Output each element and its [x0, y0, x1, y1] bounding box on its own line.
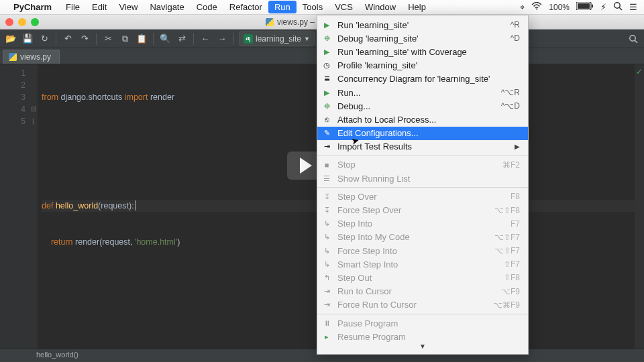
mac-status-tray: ⌖ 100% ⚡︎ ☰: [520, 1, 637, 13]
menu-item-label: Resume Program: [337, 332, 520, 342]
menu-view[interactable]: View: [113, 1, 144, 13]
search-everywhere-icon[interactable]: [627, 32, 640, 46]
sync-icon[interactable]: ↻: [38, 32, 51, 46]
menu-item-concurrency-diagram-for-learning-site[interactable]: ≣Concurrency Diagram for 'learning_site': [317, 72, 528, 86]
menu-item-label: Force Step Over: [337, 205, 489, 215]
copy-icon[interactable]: ⧉: [118, 32, 131, 46]
menu-item-icon: ❉: [321, 101, 332, 111]
menu-item-shortcut: ^⌥R: [501, 88, 520, 97]
menu-item-resume-program: ▸Resume Program: [317, 330, 528, 343]
menu-item-shortcut: ⌥⌘F9: [493, 300, 520, 310]
tab-views-py[interactable]: views.py: [3, 50, 60, 64]
menu-code[interactable]: Code: [191, 1, 223, 13]
replace-icon[interactable]: ⇄: [175, 32, 189, 46]
menu-item-label: Run...: [337, 88, 496, 98]
python-file-icon: [266, 18, 274, 26]
menu-item-shortcut: ⌥⇧F7: [494, 246, 520, 255]
run-menu-dropdown: ▶Run 'learning_site'^R❉Debug 'learning_s…: [317, 15, 529, 355]
assist-icon[interactable]: ⌖: [520, 2, 525, 13]
menu-item-shortcut: ⌥F9: [501, 287, 520, 296]
open-icon[interactable]: 📂: [4, 32, 17, 46]
list-icon[interactable]: ☰: [629, 2, 637, 12]
menu-item-step-into-my-code: ↳Step Into My Code⌥⇧F7: [317, 231, 528, 244]
menu-item-icon: ↧: [321, 205, 332, 216]
menu-item-label: Attach to Local Process...: [337, 115, 520, 125]
zoom-window-button[interactable]: [31, 18, 39, 26]
menu-window[interactable]: Window: [359, 1, 402, 13]
menu-navigate[interactable]: Navigate: [144, 1, 190, 13]
menu-item-shortcut: ⌥⇧F8: [494, 206, 520, 215]
menu-item-label: Pause Program: [337, 318, 520, 328]
forward-icon[interactable]: →: [215, 32, 229, 46]
menu-item-icon: ◷: [321, 60, 332, 71]
menu-item-icon: ⇥: [321, 300, 332, 310]
wifi-icon[interactable]: [531, 2, 542, 12]
redo-icon[interactable]: ↷: [78, 32, 91, 46]
menu-help[interactable]: Help: [402, 1, 432, 13]
menu-item-force-step-over: ↧Force Step Over⌥⇧F8: [317, 203, 528, 217]
menu-item-icon: ↳: [321, 232, 332, 243]
window-controls[interactable]: [5, 18, 39, 26]
svg-line-5: [619, 7, 622, 10]
menu-item-icon: ↳: [321, 259, 332, 269]
menu-item-label: Step Over: [337, 192, 505, 202]
menu-refactor[interactable]: Refactor: [223, 1, 268, 13]
menu-item-icon: ↰: [321, 272, 332, 283]
menu-item-stop: ■Stop⌘F2: [317, 158, 528, 172]
menu-item-label: Run 'learning_site' with Coverage: [337, 47, 520, 57]
menu-vcs[interactable]: VCS: [329, 1, 359, 13]
menu-item-profile-learning-site[interactable]: ◷Profile 'learning_site': [317, 59, 528, 72]
menu-item-icon: ⇥: [321, 286, 332, 297]
undo-icon[interactable]: ↶: [61, 32, 74, 46]
menu-item-debug[interactable]: ❉Debug...^⌥D: [317, 99, 528, 113]
menu-item-run-learning-site-with-coverage[interactable]: ▶Run 'learning_site' with Coverage: [317, 45, 528, 58]
menu-item-edit-configurations[interactable]: ✎Edit Configurations...: [317, 127, 528, 140]
menu-item-icon: ❉: [321, 33, 332, 44]
menu-item-shortcut: ^R: [511, 20, 520, 29]
save-all-icon[interactable]: 💾: [21, 32, 34, 46]
menu-item-run[interactable]: ▶Run...^⌥R: [317, 86, 528, 99]
minimize-window-button[interactable]: [18, 18, 26, 26]
menu-item-icon: ⏸: [321, 318, 332, 328]
django-icon: dj: [244, 34, 253, 44]
menu-item-run-learning-site[interactable]: ▶Run 'learning_site'^R: [317, 18, 528, 32]
menu-item-label: Show Running List: [337, 174, 520, 184]
spotlight-icon[interactable]: [613, 1, 623, 13]
menu-item-label: Edit Configurations...: [337, 128, 520, 138]
menu-edit[interactable]: Edit: [86, 1, 113, 13]
find-icon[interactable]: 🔍: [158, 32, 172, 46]
menu-run[interactable]: Run: [268, 1, 297, 13]
menu-scroll-down-icon[interactable]: ▼: [317, 343, 528, 351]
menu-item-label: Step Out: [337, 273, 498, 283]
menu-item-import-test-results[interactable]: ⇥Import Test Results▶: [317, 140, 528, 154]
menu-item-icon: ↳: [321, 245, 332, 256]
analysis-ok-icon: ✓: [636, 67, 643, 76]
menu-item-label: Profile 'learning_site': [337, 60, 520, 70]
battery-charging-icon: ⚡︎: [600, 2, 606, 12]
menu-item-icon: ☰: [321, 173, 332, 184]
menu-item-shortcut: ⇧F7: [504, 259, 520, 269]
menu-item-debug-learning-site[interactable]: ❉Debug 'learning_site'^D: [317, 32, 528, 45]
menu-file[interactable]: File: [60, 1, 86, 13]
menu-item-icon: ≣: [321, 74, 332, 84]
menu-item-run-to-cursor: ⇥Run to Cursor⌥F9: [317, 285, 528, 298]
menu-item-shortcut: ⌘F2: [502, 160, 520, 170]
app-name: PyCharm: [13, 2, 52, 12]
svg-point-4: [614, 3, 620, 8]
menu-item-attach-to-local-process[interactable]: ⎋Attach to Local Process...: [317, 113, 528, 126]
menu-item-smart-step-into: ↳Smart Step Into⇧F7: [317, 257, 528, 271]
close-window-button[interactable]: [5, 18, 13, 26]
back-icon[interactable]: ←: [199, 32, 212, 46]
menu-item-shortcut: F7: [511, 219, 520, 229]
menu-item-shortcut: ^⌥D: [501, 101, 520, 111]
menu-item-icon: ■: [321, 160, 332, 170]
fold-gutter[interactable]: ⊟⌊: [30, 64, 38, 349]
error-stripe[interactable]: ✓: [635, 64, 644, 349]
menu-item-show-running-list: ☰Show Running List: [317, 172, 528, 185]
text-caret: [135, 200, 136, 210]
python-file-icon: [9, 53, 17, 61]
run-config-selector[interactable]: dj learning_site ▼: [239, 32, 315, 46]
menu-tools[interactable]: Tools: [297, 1, 329, 13]
cut-icon[interactable]: ✂: [101, 32, 115, 46]
paste-icon[interactable]: 📋: [135, 32, 148, 46]
